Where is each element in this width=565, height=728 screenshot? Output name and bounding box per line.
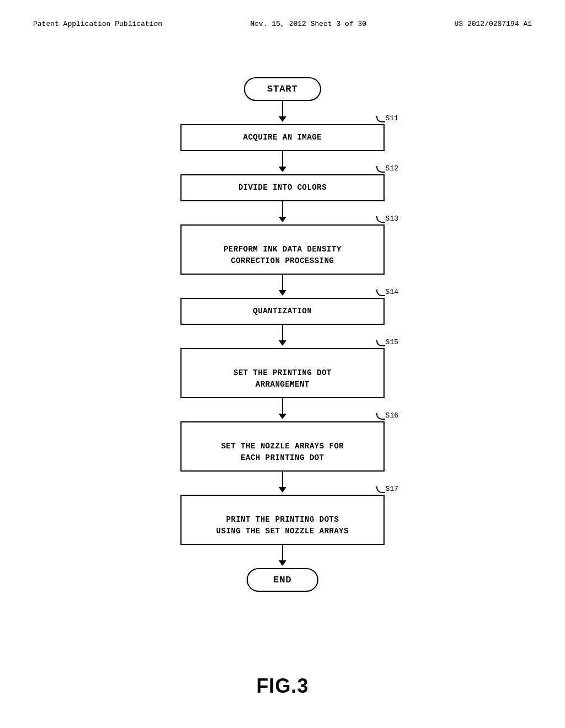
step-s13-label: S13: [376, 215, 398, 223]
arrow-6: [279, 398, 286, 419]
step-s12-wrapper: S12 DIVIDE INTO COLORS: [167, 174, 398, 201]
page-header: Patent Application Publication Nov. 15, …: [0, 20, 565, 28]
figure-label: FIG.3: [256, 675, 308, 698]
start-node: START: [167, 77, 398, 101]
step-s17-label: S17: [376, 485, 398, 493]
step-s13-box: PERFORM INK DATA DENSITY CORRECTION PROC…: [180, 224, 385, 275]
arrow-7: [279, 472, 286, 493]
step-s17-wrapper: S17 PRINT THE PRINTING DOTS USING THE SE…: [167, 495, 398, 545]
step-s17-box: PRINT THE PRINTING DOTS USING THE SET NO…: [180, 495, 385, 545]
step-s15-wrapper: S15 SET THE PRINTING DOT ARRANGEMENT: [167, 348, 398, 398]
step-s15-box: SET THE PRINTING DOT ARRANGEMENT: [180, 348, 385, 398]
arrow-2: [279, 151, 286, 172]
step-s16-wrapper: S16 SET THE NOZZLE ARRAYS FOR EACH PRINT…: [167, 421, 398, 472]
flowchart: START S11 ACQUIRE AN IMAGE S12 DIVIDE IN…: [167, 77, 398, 592]
step-s14-wrapper: S14 QUANTIZATION: [167, 298, 398, 325]
step-s11-label: S11: [376, 114, 398, 122]
step-s14-label: S14: [376, 288, 398, 296]
step-s12-label: S12: [376, 164, 398, 173]
step-s11-box: ACQUIRE AN IMAGE: [180, 124, 385, 151]
step-s14-box: QUANTIZATION: [180, 298, 385, 325]
start-label: START: [244, 77, 321, 101]
arrow-4: [279, 275, 286, 296]
step-s16-box: SET THE NOZZLE ARRAYS FOR EACH PRINTING …: [180, 421, 385, 472]
step-s15-label: S15: [376, 338, 398, 346]
end-label: END: [247, 568, 318, 592]
header-right: US 2012/0287194 A1: [455, 20, 532, 28]
arrow-8: [279, 545, 286, 566]
header-left: Patent Application Publication: [33, 20, 162, 28]
end-node: END: [167, 568, 398, 592]
step-s11-wrapper: S11 ACQUIRE AN IMAGE: [167, 124, 398, 151]
arrow-3: [279, 201, 286, 222]
header-center: Nov. 15, 2012 Sheet 3 of 30: [250, 20, 366, 28]
step-s16-label: S16: [376, 411, 398, 420]
arrow-5: [279, 325, 286, 346]
arrow-1: [279, 101, 286, 122]
step-s12-box: DIVIDE INTO COLORS: [180, 174, 385, 201]
step-s13-wrapper: S13 PERFORM INK DATA DENSITY CORRECTION …: [167, 224, 398, 275]
